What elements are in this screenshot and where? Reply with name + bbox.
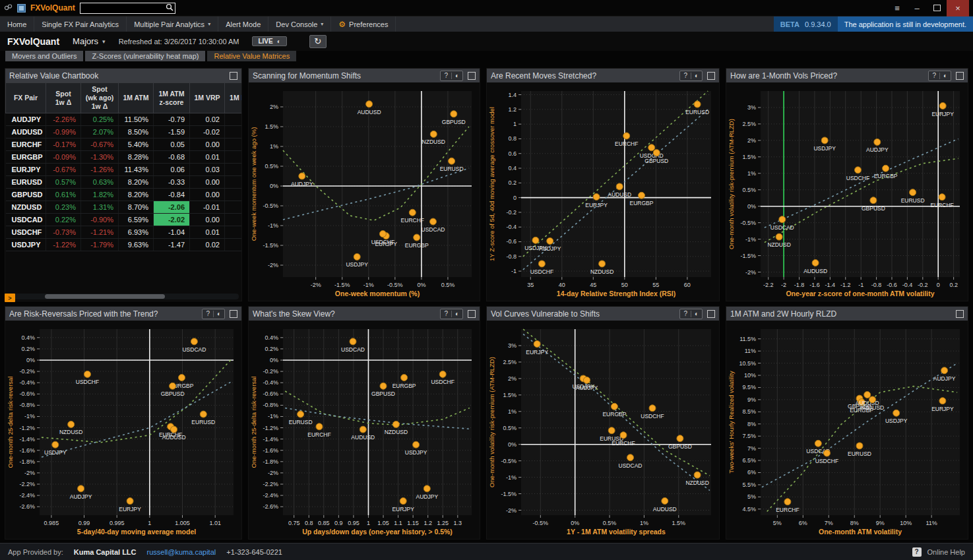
column-header[interactable]: FX Pair: [6, 83, 46, 113]
help-icon[interactable]: ?: [444, 72, 448, 79]
panel-help-controls[interactable]: ?◐: [440, 309, 463, 319]
data-point-NZDUSD[interactable]: [599, 261, 606, 267]
refresh-button[interactable]: ↻: [309, 35, 327, 48]
data-point-EURJPY[interactable]: [400, 498, 406, 505]
search-icon[interactable]: [166, 3, 173, 11]
live-toggle[interactable]: LIVE ◐: [252, 36, 286, 46]
close-button[interactable]: ×: [947, 0, 969, 16]
data-point-EURJPY[interactable]: [127, 498, 133, 505]
maximize-checkbox[interactable]: [230, 72, 237, 80]
help-icon[interactable]: ?: [683, 310, 687, 317]
table-row[interactable]: AUDUSD-0.99%2.07%8.50%-1.59-0.02-1.23%: [6, 126, 242, 139]
data-point-AUDUSD[interactable]: [812, 260, 819, 266]
data-point-USDCAD[interactable]: [779, 216, 786, 223]
table-expander-button[interactable]: >: [5, 294, 15, 302]
link-icon[interactable]: [4, 3, 13, 13]
data-point-EURUSD[interactable]: [298, 411, 304, 418]
data-point-USDCHF[interactable]: [649, 405, 656, 412]
maximize-checkbox[interactable]: [707, 72, 715, 80]
data-point-EURJPY[interactable]: [534, 341, 540, 348]
data-point-USDJPY[interactable]: [413, 441, 420, 448]
contrast-toggle-icon[interactable]: ◐: [695, 72, 699, 79]
data-point-AUDUSD[interactable]: [662, 498, 668, 505]
panel-help-controls[interactable]: ?◐: [440, 71, 463, 81]
data-point-EURCHF[interactable]: [784, 499, 791, 505]
contrast-toggle-icon[interactable]: ◐: [455, 310, 459, 317]
maximize-checkbox[interactable]: [230, 310, 237, 318]
table-row[interactable]: EURCHF-0.17%-0.67%5.40%0.050.00-1.18%: [6, 139, 242, 151]
data-point-NZDUSD[interactable]: [392, 421, 399, 427]
maximize-checkbox[interactable]: [956, 310, 964, 318]
data-point-AUDJPY[interactable]: [584, 377, 590, 383]
search-input[interactable]: [80, 3, 175, 14]
help-icon[interactable]: ?: [932, 72, 936, 79]
data-point-USDCAD[interactable]: [648, 144, 655, 151]
panel-help-controls[interactable]: ?◐: [679, 309, 703, 319]
window-menu-icon[interactable]: ≡: [887, 0, 907, 16]
menu-item-multiple-pair-analytics[interactable]: Multiple Pair Analytics▾: [127, 16, 218, 32]
panel-help-controls[interactable]: ?◐: [928, 71, 951, 81]
data-point-USDCAD[interactable]: [815, 440, 821, 447]
maximize-button[interactable]: [927, 0, 947, 16]
data-point-AUDJPY[interactable]: [299, 173, 305, 179]
data-point-AUDJPY[interactable]: [78, 485, 84, 492]
tab-z-scores-vulnerability-heat-map-[interactable]: Z-Scores (vulnerability heat map): [85, 51, 205, 61]
contrast-toggle-icon[interactable]: ◐: [943, 72, 947, 79]
data-point-NZDUSD[interactable]: [694, 472, 701, 478]
data-point-AUDJPY[interactable]: [874, 139, 881, 145]
data-point-USDCAD[interactable]: [430, 218, 437, 225]
minimize-button[interactable]: –: [907, 0, 927, 16]
menu-item-preferences[interactable]: ⚙Preferences: [331, 16, 396, 32]
data-point-EURUSD[interactable]: [200, 411, 206, 418]
data-point-EURJPY[interactable]: [939, 398, 946, 404]
contrast-toggle-icon[interactable]: ◐: [455, 72, 459, 79]
data-point-USDCHF[interactable]: [379, 231, 386, 237]
data-point-EURUSD[interactable]: [910, 189, 916, 196]
table-row[interactable]: AUDJPY-2.26%0.25%11.50%-0.790.02-2.28%: [6, 113, 242, 126]
column-header[interactable]: 1M ATM: [119, 83, 154, 113]
data-point-USDJPY[interactable]: [52, 441, 59, 448]
data-point-EURJPY[interactable]: [593, 194, 600, 201]
data-point-USDCHF[interactable]: [439, 371, 446, 377]
contrast-toggle-icon[interactable]: ◐: [217, 310, 221, 317]
help-icon[interactable]: ?: [912, 547, 922, 557]
data-point-USDCHF[interactable]: [855, 167, 862, 173]
data-point-USDJPY[interactable]: [532, 237, 539, 243]
online-help-link[interactable]: Online Help: [927, 548, 965, 556]
data-point-NZDUSD[interactable]: [869, 396, 876, 403]
help-icon[interactable]: ?: [683, 72, 687, 79]
data-point-USDCHF[interactable]: [84, 371, 91, 377]
table-row[interactable]: EURGBP-0.09%-1.30%8.28%-0.680.01-0.31%: [6, 151, 242, 164]
data-point-USDCAD[interactable]: [191, 338, 197, 345]
data-point-GBPUSD[interactable]: [677, 435, 683, 442]
data-point-EURJPY[interactable]: [939, 103, 946, 109]
data-point-EURGBP[interactable]: [639, 192, 645, 199]
data-point-USDJPY[interactable]: [821, 137, 828, 144]
data-point-EURCHF[interactable]: [623, 133, 630, 139]
table-row[interactable]: USDJPY-1.22%-1.79%9.63%-1.470.02-1.50%: [6, 239, 242, 251]
data-point-USDCAD[interactable]: [350, 338, 356, 345]
email-link[interactable]: russell@kuma.capital: [147, 548, 216, 556]
column-header[interactable]: Spot1w Δ: [46, 83, 81, 113]
data-point-EURUSD[interactable]: [608, 427, 615, 434]
maximize-checkbox[interactable]: [956, 72, 964, 80]
table-row[interactable]: NZDUSD0.23%1.31%8.70%-2.06-0.01-1.14%: [6, 201, 242, 214]
data-point-AUDUSD[interactable]: [616, 183, 623, 190]
data-point-AUDUSD[interactable]: [360, 426, 366, 433]
menu-item-home[interactable]: Home: [0, 16, 34, 32]
table-row[interactable]: GBPUSD0.61%1.82%8.20%-0.840.00-0.46%: [6, 189, 242, 201]
data-point-GBPUSD[interactable]: [870, 197, 877, 204]
column-header[interactable]: 1M VRP: [190, 83, 225, 113]
data-point-EURGBP[interactable]: [611, 403, 617, 410]
panel-help-controls[interactable]: ?◐: [679, 71, 703, 81]
contrast-toggle-icon[interactable]: ◐: [695, 310, 699, 317]
table-row[interactable]: EURUSD0.57%0.63%8.20%-0.330.00-0.96%: [6, 176, 242, 189]
data-point-GBPUSD[interactable]: [380, 383, 387, 389]
data-point-AUDJPY[interactable]: [547, 237, 553, 244]
data-point-NZDUSD[interactable]: [776, 233, 782, 240]
data-point-EURUSD[interactable]: [449, 158, 455, 164]
menu-item-alert-mode[interactable]: Alert Mode: [218, 16, 268, 32]
data-point-EURCHF[interactable]: [316, 423, 323, 430]
table-row[interactable]: EURJPY-0.67%-1.26%11.43%0.060.03-2.50%: [6, 164, 242, 176]
maximize-checkbox[interactable]: [707, 310, 715, 318]
